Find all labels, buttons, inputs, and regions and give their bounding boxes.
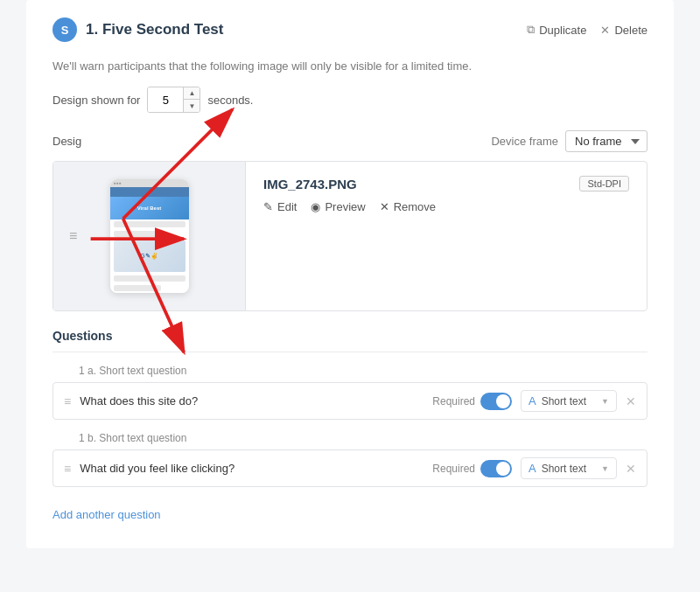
- header-actions: ⧉ Duplicate ✕ Delete: [527, 23, 648, 37]
- timer-arrows: ▲ ▼: [183, 87, 200, 112]
- phone-content-row: [114, 275, 186, 282]
- timer-row: Design shown for ▲ ▼ seconds.: [52, 87, 648, 113]
- required-label-1b: Required: [432, 463, 475, 475]
- duplicate-icon: ⧉: [527, 23, 535, 37]
- drag-handle-1b[interactable]: ≡: [64, 462, 71, 476]
- required-row-1a: Required: [432, 393, 512, 410]
- required-label-1a: Required: [432, 395, 475, 407]
- design-row: Desig Device frame No frame iPhone Andro…: [52, 130, 648, 152]
- type-label-1b: Short text: [542, 463, 596, 475]
- phone-hero-section: Viral Best: [110, 197, 189, 220]
- design-label: Desig: [52, 135, 81, 148]
- remove-question-1b[interactable]: ✕: [626, 462, 636, 476]
- section-title: 1. Five Second Test: [86, 21, 223, 38]
- image-preview: ●●● Viral Best G✎✌: [110, 179, 189, 293]
- image-drag-zone[interactable]: ≡ ●●● Viral Best G✎✌: [53, 162, 246, 310]
- image-name: IMG_2743.PNG: [263, 177, 357, 192]
- timer-input[interactable]: [148, 87, 183, 112]
- description-text: We'll warn participants that the followi…: [52, 59, 648, 73]
- question-row-1b: ≡ Required A Short text ▼ ✕: [52, 449, 648, 487]
- device-frame-row: Device frame No frame iPhone Android Tab…: [491, 130, 648, 152]
- type-select-1a[interactable]: A Short text ▼: [521, 390, 617, 412]
- question-input-1a[interactable]: [80, 394, 424, 407]
- timer-label: Design shown for: [52, 94, 140, 107]
- page: S 1. Five Second Test ⧉ Duplicate ✕ Dele…: [0, 0, 700, 592]
- image-info: IMG_2743.PNG Std-DPI ✎ Edit ◉ Preview ✕ …: [246, 162, 647, 310]
- remove-icon: ✕: [380, 200, 389, 213]
- type-label-1a: Short text: [542, 395, 596, 407]
- main-content: S 1. Five Second Test ⧉ Duplicate ✕ Dele…: [26, 0, 674, 548]
- drag-handle-1a[interactable]: ≡: [64, 394, 71, 408]
- type-icon-1b: A: [528, 462, 536, 475]
- question-row-1a: ≡ Required A Short text ▼ ✕: [52, 382, 648, 420]
- phone-image-block: G✎✌: [114, 240, 186, 271]
- section-title-row: S 1. Five Second Test: [52, 17, 223, 42]
- dpi-badge: Std-DPI: [579, 176, 629, 192]
- edit-icon: ✎: [263, 200, 273, 213]
- timer-seconds: seconds.: [207, 94, 253, 107]
- phone-nav-bar: [110, 187, 189, 197]
- question-label-1b: 1 b. Short text question: [52, 432, 648, 444]
- type-chevron-1a: ▼: [601, 397, 609, 406]
- type-select-1b[interactable]: A Short text ▼: [521, 457, 617, 479]
- question-input-1b[interactable]: [80, 462, 424, 475]
- image-name-row: IMG_2743.PNG Std-DPI: [263, 176, 629, 192]
- image-actions: ✎ Edit ◉ Preview ✕ Remove: [263, 200, 629, 213]
- remove-image-button[interactable]: ✕ Remove: [380, 200, 436, 213]
- required-toggle-1a[interactable]: [480, 393, 512, 410]
- phone-content-row: [114, 221, 186, 227]
- device-frame-label: Device frame: [491, 135, 558, 148]
- duplicate-button[interactable]: ⧉ Duplicate: [527, 23, 586, 37]
- add-question-button[interactable]: Add another question: [52, 508, 161, 521]
- questions-section: Questions 1 a. Short text question ≡ Req…: [52, 329, 648, 522]
- preview-image-button[interactable]: ◉ Preview: [311, 200, 365, 213]
- remove-question-1a[interactable]: ✕: [626, 394, 636, 408]
- section-icon: S: [52, 17, 77, 42]
- question-label-1a: 1 a. Short text question: [52, 365, 648, 377]
- question-item-2: 1 b. Short text question ≡ Required A Sh…: [52, 432, 648, 487]
- device-frame-select[interactable]: No frame iPhone Android Tablet: [565, 130, 648, 152]
- phone-content-row: [114, 231, 161, 237]
- type-chevron-1b: ▼: [601, 464, 609, 473]
- timer-down-button[interactable]: ▼: [184, 100, 200, 112]
- required-toggle-1b[interactable]: [480, 460, 512, 477]
- type-icon-1a: A: [528, 394, 536, 407]
- required-row-1b: Required: [432, 460, 512, 477]
- delete-icon: ✕: [600, 24, 610, 37]
- drag-handle-icon: ≡: [69, 228, 77, 244]
- preview-icon: ◉: [311, 200, 320, 213]
- delete-button[interactable]: ✕ Delete: [600, 24, 648, 37]
- question-item-1: 1 a. Short text question ≡ Required A Sh…: [52, 365, 648, 420]
- section-header: S 1. Five Second Test ⧉ Duplicate ✕ Dele…: [52, 17, 648, 42]
- phone-content-row: [114, 285, 161, 291]
- phone-status-bar: ●●●: [110, 179, 189, 187]
- edit-image-button[interactable]: ✎ Edit: [263, 200, 297, 213]
- timer-up-button[interactable]: ▲: [184, 87, 200, 100]
- phone-mockup: ●●● Viral Best G✎✌: [110, 179, 189, 293]
- timer-input-wrap: ▲ ▼: [147, 87, 200, 113]
- image-upload-area: ≡ ●●● Viral Best G✎✌: [52, 161, 648, 311]
- questions-title: Questions: [52, 329, 648, 352]
